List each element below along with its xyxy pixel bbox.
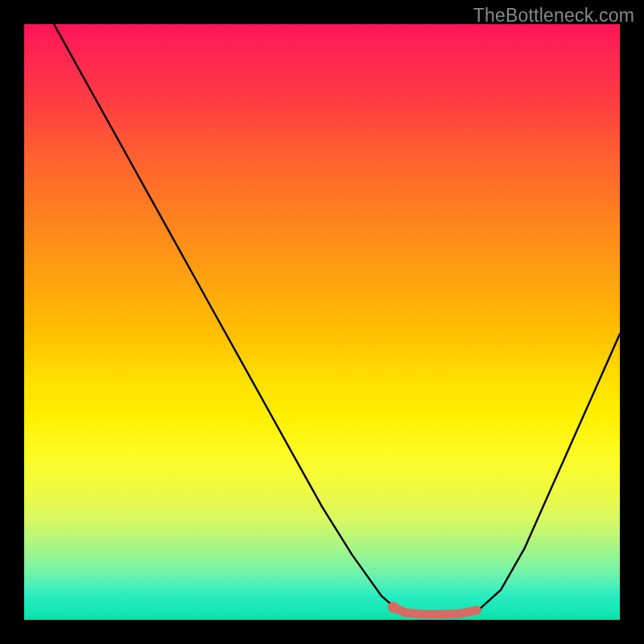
watermark-text: TheBottleneck.com — [473, 5, 634, 27]
marker-dot — [388, 602, 399, 613]
chart-svg — [24, 24, 620, 620]
highlight-segment — [394, 608, 477, 615]
bottleneck-curve — [54, 24, 620, 616]
chart-container: TheBottleneck.com — [0, 0, 644, 644]
plot-area — [24, 24, 620, 620]
